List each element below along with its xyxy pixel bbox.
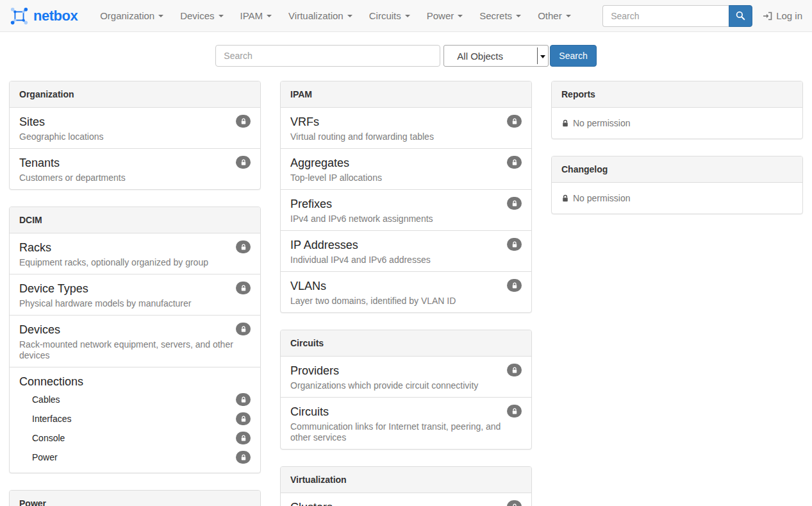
item-title: VLANs	[290, 279, 522, 293]
select-separator	[537, 47, 538, 64]
item-description: Rack-mounted network equipment, servers,…	[19, 339, 251, 361]
global-search-form: All Objects Search	[0, 45, 812, 67]
item-description: Customers or departments	[19, 173, 251, 183]
main-nav: Organization Devices IPAM Virtualization…	[92, 0, 579, 31]
nav-item-virtualization[interactable]: Virtualization	[280, 0, 361, 31]
nav-item-label: IPAM	[240, 10, 263, 21]
item-description: Top-level IP allocations	[290, 173, 522, 183]
nav-item-secrets[interactable]: Secrets	[471, 0, 529, 31]
lock-icon	[507, 115, 522, 128]
lock-icon	[236, 412, 251, 425]
panel-power: Power	[9, 490, 261, 506]
column-right: Reports No permission Changelog No permi…	[551, 81, 803, 231]
navbar-search-button[interactable]	[729, 5, 752, 27]
search-input[interactable]	[215, 45, 440, 67]
chevron-down-icon	[458, 15, 463, 17]
item-title: Providers	[290, 364, 522, 378]
brand-name: netbox	[33, 8, 78, 24]
nav-item-circuits[interactable]: Circuits	[361, 0, 418, 31]
lock-icon	[507, 156, 522, 169]
lock-icon	[236, 115, 251, 128]
lock-icon	[236, 393, 251, 406]
chevron-down-icon	[516, 15, 521, 17]
nav-item-label: Secrets	[479, 10, 512, 21]
chevron-down-icon	[347, 15, 352, 17]
lock-icon	[236, 432, 251, 444]
panel-item-racks[interactable]: Racks Equipment racks, optionally organi…	[10, 233, 260, 274]
panel-virtualization: Virtualization Clusters	[280, 466, 532, 506]
sign-in-icon	[763, 12, 772, 21]
panel-title: Power	[10, 491, 260, 506]
subitem-link[interactable]: Power	[32, 452, 58, 462]
lock-icon	[236, 240, 251, 253]
panel-item-device-types[interactable]: Device Types Physical hardware models by…	[10, 274, 260, 315]
search-scope-value: All Objects	[457, 51, 503, 62]
item-description: Layer two domains, identified by VLAN ID	[290, 296, 522, 307]
subitem-link[interactable]: Interfaces	[32, 414, 71, 424]
subitem-cables: Cables	[19, 390, 251, 409]
nav-item-ipam[interactable]: IPAM	[232, 0, 281, 31]
panel-item-devices[interactable]: Devices Rack-mounted network equipment, …	[10, 315, 260, 367]
nav-item-other[interactable]: Other	[529, 0, 579, 31]
top-navbar: netbox Organization Devices IPAM Virtual…	[0, 0, 812, 32]
item-title: Devices	[19, 323, 251, 337]
no-permission-text: No permission	[573, 117, 630, 129]
nav-item-power[interactable]: Power	[418, 0, 472, 31]
navbar-search-input[interactable]	[602, 5, 729, 27]
chevron-down-icon	[566, 15, 571, 17]
subitem-console: Console	[19, 428, 251, 448]
column-middle: IPAM VRFs Virtual routing and forwarding…	[280, 81, 532, 506]
nav-item-devices[interactable]: Devices	[172, 0, 231, 31]
panel-title: Changelog	[552, 156, 802, 183]
item-title: Clusters	[290, 500, 522, 506]
item-title: Connections	[19, 375, 251, 389]
item-description: Physical hardware models by manufacturer	[19, 298, 251, 309]
item-description: Equipment racks, optionally organized by…	[19, 257, 251, 268]
panel-item-sites[interactable]: Sites Geographic locations	[10, 108, 260, 148]
panel-item-prefixes[interactable]: Prefixes IPv4 and IPv6 network assignmen…	[281, 189, 531, 230]
lock-icon	[507, 238, 522, 251]
panel-item-circuits[interactable]: Circuits Communication links for Interne…	[281, 397, 531, 449]
nav-item-label: Other	[538, 10, 562, 21]
lock-icon	[236, 323, 251, 335]
login-link[interactable]: Log in	[763, 10, 802, 21]
column-left: Organization Sites Geographic locations …	[9, 81, 261, 506]
panel-item-ip-addresses[interactable]: IP Addresses Individual IPv4 and IPv6 ad…	[281, 230, 531, 271]
panel-dcim: DCIM Racks Equipment racks, optionally o…	[9, 207, 261, 473]
navbar-search-group	[602, 5, 752, 27]
lock-icon	[507, 279, 522, 292]
subitem-link[interactable]: Console	[32, 433, 65, 443]
login-label: Log in	[776, 10, 802, 21]
lock-icon	[561, 194, 569, 203]
netbox-brand-link[interactable]: netbox	[10, 6, 78, 26]
nav-item-label: Virtualization	[288, 10, 344, 21]
nav-item-label: Devices	[180, 10, 214, 21]
item-description: Individual IPv4 and IPv6 addresses	[290, 255, 522, 266]
panel-title: IPAM	[281, 81, 531, 108]
dashboard-grid: Organization Sites Geographic locations …	[0, 81, 812, 506]
panel-item-vrfs[interactable]: VRFs Virtual routing and forwarding tabl…	[281, 108, 531, 148]
item-description: IPv4 and IPv6 network assignments	[290, 214, 522, 224]
item-title: Circuits	[290, 405, 522, 419]
nav-item-organization[interactable]: Organization	[92, 0, 172, 31]
panel-item-tenants[interactable]: Tenants Customers or departments	[10, 148, 260, 189]
item-title: Device Types	[19, 282, 251, 296]
panel-item-clusters[interactable]: Clusters	[281, 493, 531, 506]
subitem-link[interactable]: Cables	[32, 394, 60, 405]
no-permission-text: No permission	[573, 192, 630, 204]
panel-item-vlans[interactable]: VLANs Layer two domains, identified by V…	[281, 271, 531, 312]
panel-title: Circuits	[281, 330, 531, 357]
item-title: Aggregates	[290, 156, 522, 170]
lock-icon	[561, 119, 569, 128]
panel-item-providers[interactable]: Providers Organizations which provide ci…	[281, 357, 531, 397]
lock-icon	[507, 197, 522, 210]
item-title: Sites	[19, 115, 251, 129]
panel-ipam: IPAM VRFs Virtual routing and forwarding…	[280, 81, 532, 313]
search-scope-select[interactable]: All Objects	[443, 45, 549, 67]
netbox-logo-icon	[10, 6, 29, 26]
item-description: Communication links for Internet transit…	[290, 421, 522, 443]
search-button[interactable]: Search	[550, 45, 596, 67]
nav-item-label: Circuits	[369, 10, 401, 21]
panel-item-aggregates[interactable]: Aggregates Top-level IP allocations	[281, 148, 531, 189]
panel-title: Virtualization	[281, 467, 531, 493]
